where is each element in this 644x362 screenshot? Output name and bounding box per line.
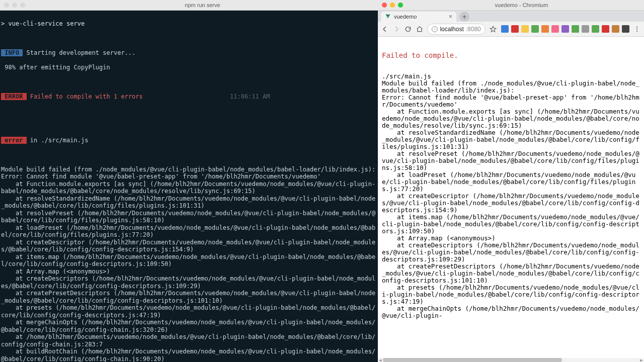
url-host: localhost bbox=[440, 26, 463, 33]
terminal-title: npm run serve bbox=[31, 2, 374, 8]
forward-button[interactable] bbox=[392, 25, 400, 33]
extension-icon-2[interactable] bbox=[521, 25, 529, 33]
window-close-button[interactable] bbox=[382, 3, 387, 8]
extension-icon-1[interactable] bbox=[511, 25, 519, 33]
tab-title: vuedemo bbox=[394, 14, 417, 20]
extension-icon-7[interactable] bbox=[572, 25, 579, 33]
extension-icon-3[interactable] bbox=[531, 25, 539, 33]
extension-icon-0[interactable] bbox=[501, 25, 509, 33]
error-badge-file: error bbox=[1, 137, 27, 144]
extension-icon-9[interactable] bbox=[592, 25, 599, 33]
tab-vuedemo[interactable]: vuedemo × bbox=[381, 12, 456, 22]
address-bar[interactable]: i localhost:8080 bbox=[427, 24, 485, 35]
terminal-command: > vue-cli-service serve bbox=[1, 20, 377, 28]
extension-icon-8[interactable] bbox=[582, 25, 589, 33]
window-max-light[interactable] bbox=[20, 3, 25, 8]
scroll-thumb[interactable] bbox=[383, 358, 562, 362]
menu-button[interactable] bbox=[633, 25, 641, 33]
svg-point-2 bbox=[636, 31, 637, 32]
vue-favicon-icon bbox=[385, 14, 391, 20]
svg-point-1 bbox=[636, 28, 637, 29]
window-maximize-button[interactable] bbox=[398, 3, 403, 8]
error-summary: Failed to compile with 1 errors bbox=[27, 93, 143, 100]
terminal-stack: Module build failed (from ./node_modules… bbox=[1, 166, 377, 363]
info-badge: INFO bbox=[1, 49, 23, 56]
url-port: :8080 bbox=[466, 26, 481, 33]
browser-titlebar: vuedemo - Chromium bbox=[378, 0, 644, 11]
terminal-window: npm run serve > vue-cli-service serve IN… bbox=[0, 0, 378, 362]
horizontal-scrollbar[interactable]: ◀ ▶ bbox=[378, 358, 644, 362]
compile-error-heading: Failed to compile. bbox=[382, 52, 640, 59]
extension-icon-5[interactable] bbox=[551, 25, 559, 33]
info-text: Starting development server... bbox=[23, 49, 135, 56]
bookmark-star-icon[interactable] bbox=[490, 25, 497, 33]
tab-close-icon[interactable]: × bbox=[449, 13, 452, 20]
error-file: in ./src/main.js bbox=[27, 137, 89, 144]
extension-icon-12[interactable] bbox=[622, 25, 629, 33]
page-content[interactable]: Failed to compile. ./src/main.js Module … bbox=[378, 37, 644, 358]
reload-button[interactable] bbox=[404, 25, 412, 33]
compile-error-body: ./src/main.js Module build failed (from … bbox=[382, 72, 639, 319]
home-button[interactable] bbox=[416, 25, 423, 33]
browser-window: vuedemo - Chromium vuedemo × + i localho… bbox=[378, 0, 644, 362]
tab-strip: vuedemo × + bbox=[378, 11, 644, 22]
window-close-light[interactable] bbox=[4, 3, 9, 8]
extensions-strip bbox=[501, 25, 629, 33]
extension-icon-10[interactable] bbox=[602, 25, 609, 33]
scroll-right-arrow-icon[interactable]: ▶ bbox=[639, 358, 644, 362]
site-info-icon[interactable]: i bbox=[432, 26, 438, 32]
window-min-light[interactable] bbox=[12, 3, 17, 8]
terminal-titlebar: npm run serve bbox=[0, 0, 378, 11]
window-minimize-button[interactable] bbox=[390, 3, 395, 8]
back-button[interactable] bbox=[381, 25, 388, 33]
extension-icon-4[interactable] bbox=[541, 25, 549, 33]
extension-icon-11[interactable] bbox=[612, 25, 619, 33]
error-badge: ERROR bbox=[1, 93, 27, 100]
error-timestamp: 11:06:11 AM bbox=[230, 93, 270, 101]
browser-toolbar: i localhost:8080 bbox=[378, 22, 644, 37]
browser-window-title: vuedemo - Chromium bbox=[403, 2, 640, 8]
extension-icon-6[interactable] bbox=[561, 25, 569, 33]
scroll-left-arrow-icon[interactable]: ◀ bbox=[378, 358, 383, 362]
svg-point-0 bbox=[636, 26, 637, 27]
progress-line: 98% after emitting CopyPlugin bbox=[1, 64, 377, 71]
terminal-output[interactable]: > vue-cli-service serve INFO Starting de… bbox=[0, 11, 378, 362]
new-tab-button[interactable]: + bbox=[459, 12, 469, 22]
